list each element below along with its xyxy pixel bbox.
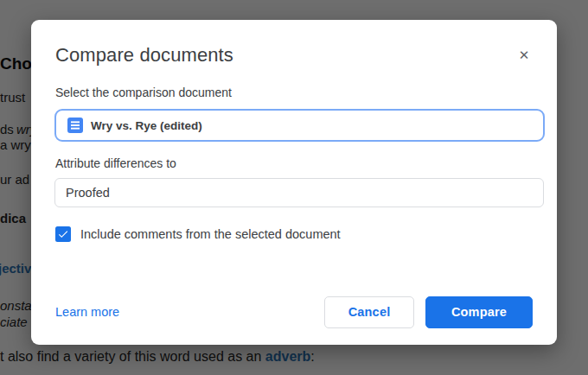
attribute-differences-label: Attribute differences to <box>55 156 176 170</box>
checkmark-icon <box>57 228 69 240</box>
cancel-button[interactable]: Cancel <box>324 296 414 328</box>
compare-documents-dialog: Compare documents ✕ Select the compariso… <box>31 20 557 345</box>
attribute-differences-input[interactable] <box>54 178 544 207</box>
google-docs-icon <box>67 118 83 133</box>
comparison-document-selector[interactable]: Wry vs. Rye (edited) <box>54 109 545 142</box>
dialog-title: Compare documents <box>55 44 233 67</box>
include-comments-row: Include comments from the selected docum… <box>55 226 341 242</box>
dialog-footer: Learn more Cancel Compare <box>55 296 533 327</box>
select-document-label: Select the comparison document <box>55 86 232 99</box>
include-comments-label: Include comments from the selected docum… <box>80 227 341 241</box>
include-comments-checkbox[interactable] <box>55 226 71 242</box>
compare-button[interactable]: Compare <box>425 296 533 328</box>
selected-document-name: Wry vs. Rye (edited) <box>91 119 202 132</box>
learn-more-link[interactable]: Learn more <box>55 305 119 319</box>
close-icon[interactable]: ✕ <box>515 46 533 63</box>
footer-buttons: Cancel Compare <box>324 296 533 328</box>
